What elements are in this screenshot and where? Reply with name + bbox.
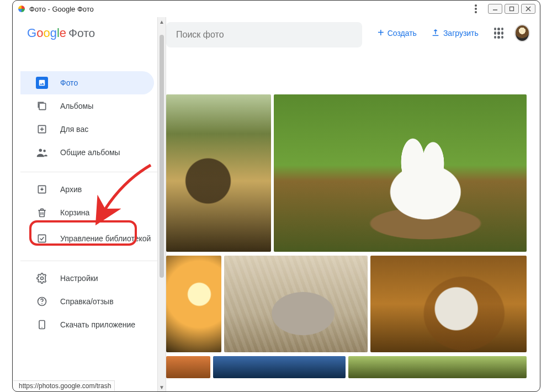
photo-thumbnail[interactable] xyxy=(348,356,527,378)
svg-rect-7 xyxy=(39,103,46,110)
svg-rect-4 xyxy=(510,7,514,11)
svg-point-1 xyxy=(475,8,477,10)
sidebar: Google Фото Фото Альбомы xyxy=(20,17,157,391)
scroll-down-icon[interactable]: ▼ xyxy=(158,383,166,391)
sidebar-item-label: Корзина xyxy=(60,208,89,217)
upload-button[interactable]: Загрузить xyxy=(427,25,483,42)
sidebar-item-help[interactable]: Справка/отзыв xyxy=(20,290,154,313)
sidebar-item-label: Архив xyxy=(60,185,82,194)
upload-label: Загрузить xyxy=(443,29,479,38)
sidebar-item-settings[interactable]: Настройки xyxy=(20,267,154,290)
sidebar-item-label: Фото xyxy=(60,78,78,87)
app-window: Фото - Google Фото Google Фото Фото xyxy=(12,0,540,392)
photo-thumbnail[interactable] xyxy=(274,94,527,252)
sidebar-scrollbar[interactable]: ▲ ▼ xyxy=(157,17,166,391)
sidebar-item-trash[interactable]: Корзина xyxy=(20,201,154,224)
titlebar: Фото - Google Фото xyxy=(13,1,540,17)
library-icon xyxy=(36,232,48,245)
google-apps-icon[interactable] xyxy=(494,28,503,39)
search-input[interactable] xyxy=(175,29,353,40)
photos-icon xyxy=(36,77,48,89)
archive-icon xyxy=(36,183,48,195)
create-button[interactable]: + Создать xyxy=(373,25,421,41)
main-area: + Создать Загрузить xyxy=(166,17,540,391)
sidebar-item-label: Для вас xyxy=(60,125,88,134)
photo-grid xyxy=(166,94,527,378)
logo[interactable]: Google Фото xyxy=(20,17,157,49)
gear-icon xyxy=(36,272,48,284)
avatar[interactable] xyxy=(514,24,530,42)
svg-rect-14 xyxy=(38,235,45,242)
window-menu-icon[interactable] xyxy=(470,3,481,14)
scroll-thumb[interactable] xyxy=(160,35,164,278)
sidebar-item-label: Справка/отзыв xyxy=(60,297,114,306)
sidebar-item-label: Управление библиотекой xyxy=(60,234,151,243)
help-icon xyxy=(36,295,48,308)
app-icon xyxy=(17,4,26,13)
download-icon xyxy=(36,319,48,331)
sidebar-item-photos[interactable]: Фото xyxy=(20,71,154,94)
svg-point-2 xyxy=(475,11,477,13)
sidebar-item-foryou[interactable]: Для вас xyxy=(20,118,154,141)
photo-thumbnail[interactable] xyxy=(213,356,346,378)
svg-point-12 xyxy=(43,150,45,152)
close-button[interactable] xyxy=(521,4,535,14)
scroll-up-icon[interactable]: ▲ xyxy=(158,17,166,26)
sidebar-item-archive[interactable]: Архив xyxy=(20,178,154,201)
photo-thumbnail[interactable] xyxy=(224,256,368,352)
svg-point-19 xyxy=(41,327,43,328)
create-label: Создать xyxy=(388,29,417,38)
product-name: Фото xyxy=(68,27,95,40)
maximize-button[interactable] xyxy=(505,4,519,14)
sidebar-item-label: Скачать приложение xyxy=(60,320,135,329)
sidebar-item-label: Общие альбомы xyxy=(60,148,120,157)
photo-thumbnail[interactable] xyxy=(166,356,210,378)
svg-point-0 xyxy=(475,4,477,7)
header: + Создать Загрузить xyxy=(166,17,540,49)
upload-icon xyxy=(431,28,440,39)
albums-icon xyxy=(36,100,48,112)
status-bar-url: https://photos.google.com/trash xyxy=(13,380,115,391)
photo-thumbnail[interactable] xyxy=(166,256,221,352)
foryou-icon xyxy=(36,123,48,135)
window-title: Фото - Google Фото xyxy=(29,5,94,13)
sidebar-item-download[interactable]: Скачать приложение xyxy=(20,313,154,336)
svg-point-15 xyxy=(41,277,44,280)
svg-point-11 xyxy=(39,149,43,152)
sidebar-item-library-mgmt[interactable]: Управление библиотекой xyxy=(20,224,154,253)
photo-thumbnail[interactable] xyxy=(370,256,527,352)
trash-icon xyxy=(36,206,48,219)
sidebar-item-shared[interactable]: Общие альбомы xyxy=(20,141,154,164)
svg-point-17 xyxy=(41,303,43,304)
search-box[interactable] xyxy=(166,22,362,47)
photo-thumbnail[interactable] xyxy=(166,94,271,252)
minimize-button[interactable] xyxy=(488,4,502,14)
sidebar-item-albums[interactable]: Альбомы xyxy=(20,94,154,118)
shared-icon xyxy=(36,146,48,158)
sidebar-item-label: Настройки xyxy=(60,274,98,283)
sidebar-item-label: Альбомы xyxy=(60,102,93,110)
